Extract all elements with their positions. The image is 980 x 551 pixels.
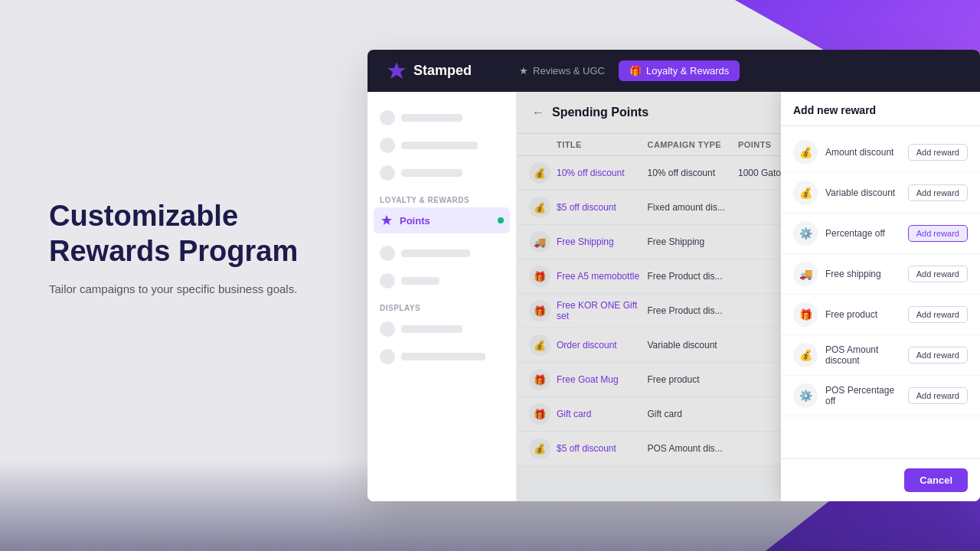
skel-circle [380,273,395,289]
skel-bar [401,325,462,333]
skel-circle [380,246,395,261]
reward-option: 💰 POS Amount discount Add reward [781,335,980,376]
sidebar-skeleton-5 [368,267,516,295]
reward-panel: Add new reward 💰 Amount discount Add rew… [781,92,980,501]
reward-option-label: Free shipping [825,269,900,279]
reward-option: 🎁 Free product Add reward [781,295,980,335]
hero-section: Customizable Rewards Program Tailor camp… [49,199,340,298]
reward-option-icon: ⚙️ [793,383,818,408]
points-icon [380,214,394,227]
reward-option: 💰 Amount discount Add reward [781,132,980,173]
reward-option-label: POS Amount discount [825,344,900,366]
panel-options-list: 💰 Amount discount Add reward 💰 Variable … [781,126,980,458]
sidebar-section-loyalty: LOYALTY & REWARDS [368,187,516,207]
sidebar: LOYALTY & REWARDS Points DISPLAYS [368,92,517,501]
skel-bar [401,249,470,257]
reward-option: 🚚 Free shipping Add reward [781,254,980,295]
add-reward-button[interactable]: Add reward [908,266,968,282]
skel-bar [401,142,478,149]
skel-bar [401,169,462,177]
nav-items: ★ Reviews & UGC 🎁 Loyalty & Rewards [508,60,740,81]
app-window: Stamped ★ Reviews & UGC 🎁 Loyalty & Rewa… [368,50,980,501]
sidebar-skeleton-2 [368,132,516,159]
svg-marker-1 [381,215,392,225]
logo-text: Stamped [413,63,472,79]
star-icon: ★ [519,65,528,77]
skel-circle [380,321,395,337]
add-reward-button[interactable]: Add reward [908,387,968,404]
sidebar-item-points-label: Points [400,215,430,227]
reward-option-label: Variable discount [825,187,900,198]
reward-option-label: POS Percentage off [825,385,900,406]
sidebar-skeleton-3 [368,159,516,187]
skel-circle [380,349,395,364]
top-nav: Stamped ★ Reviews & UGC 🎁 Loyalty & Rewa… [368,50,980,92]
skel-bar [401,277,439,285]
reward-option-icon: ⚙️ [793,221,818,246]
main-layout: LOYALTY & REWARDS Points DISPLAYS [368,92,980,501]
panel-footer: Cancel [781,458,980,501]
hero-title: Customizable Rewards Program [49,199,340,269]
reward-option-icon: 💰 [793,181,818,205]
svg-marker-0 [387,62,406,79]
sidebar-skeleton-1 [368,104,516,132]
logo: Stamped [386,60,472,82]
nav-item-reviews-label: Reviews & UGC [533,65,605,77]
reward-option: ⚙️ Percentage off Add reward [781,214,980,254]
skel-circle [380,138,395,153]
panel-title: Add new reward [781,92,980,126]
reward-option-icon: 🚚 [793,262,818,286]
nav-item-loyalty-label: Loyalty & Rewards [646,65,729,77]
sidebar-skeleton-4 [368,240,516,267]
hero-subtitle: Tailor campaigns to your specific busine… [49,281,340,298]
reward-option: ⚙️ POS Percentage off Add reward [781,376,980,416]
reward-option-label: Amount discount [825,147,900,158]
add-reward-button[interactable]: Add reward [908,347,968,364]
sidebar-item-points[interactable]: Points [374,207,510,233]
skel-bar [401,114,462,122]
gift-icon: 🎁 [629,65,642,77]
skel-circle [380,165,395,181]
sidebar-section-displays: DISPLAYS [368,295,516,315]
sidebar-skeleton-7 [368,343,516,370]
add-reward-button[interactable]: Add reward [908,184,968,201]
add-reward-button[interactable]: Add reward [908,144,968,161]
stamped-logo-icon [386,60,407,82]
skel-bar [401,353,485,360]
content-area: ← Spending Points Add new reward Title C… [517,92,980,501]
nav-item-reviews[interactable]: ★ Reviews & UGC [508,60,616,81]
add-reward-button[interactable]: Add reward [908,225,968,242]
cancel-button[interactable]: Cancel [904,468,968,492]
add-reward-button[interactable]: Add reward [908,306,968,323]
skel-circle [380,110,395,126]
reward-option-label: Percentage off [825,228,900,239]
reward-option: 💰 Variable discount Add reward [781,173,980,214]
reward-option-label: Free product [825,309,900,320]
sidebar-skeleton-6 [368,315,516,343]
active-indicator [498,217,504,223]
reward-option-icon: 🎁 [793,302,818,327]
reward-option-icon: 💰 [793,343,818,367]
reward-option-icon: 💰 [793,140,818,165]
nav-item-loyalty[interactable]: 🎁 Loyalty & Rewards [619,60,740,81]
